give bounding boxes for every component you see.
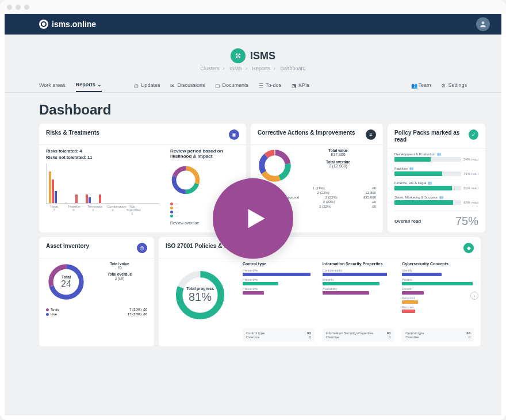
- tab-work-areas[interactable]: Work areas: [39, 80, 66, 91]
- policy-row: Facilities 👥71% read: [394, 166, 478, 177]
- card-title: Policy Packs marked as read: [394, 129, 469, 143]
- document-icon: ▢: [215, 83, 220, 88]
- review-donut: [170, 165, 201, 196]
- iso-badge-icon[interactable]: ◆: [463, 243, 474, 253]
- iso-column: Control typePreventivePreventivePreventi…: [243, 262, 315, 323]
- tab-updates[interactable]: ◷Updates: [134, 80, 160, 91]
- policy-row: Development & Production 👥54% read: [394, 152, 478, 163]
- chat-icon: ✉: [170, 83, 175, 88]
- clock-icon: ◷: [134, 83, 139, 88]
- card-title: Asset Inventory: [46, 243, 89, 250]
- chevron-down-icon: ⌄: [97, 82, 102, 87]
- svg-point-0: [482, 21, 485, 24]
- breadcrumb[interactable]: Clusters› ISMS› Reports› Dashboard: [5, 66, 501, 71]
- tab-todos[interactable]: ☰To-dos: [259, 80, 281, 91]
- iso-progress-donut: Total progress81%: [172, 268, 228, 323]
- tab-kpis[interactable]: ⬔KPIs: [292, 80, 309, 91]
- asset-badge-icon[interactable]: ◎: [137, 243, 147, 253]
- tab-team[interactable]: 👥Team: [411, 80, 431, 91]
- iso-footer-box: Control type93Overdue0: [402, 329, 474, 342]
- corrective-donut: [258, 148, 292, 183]
- window-titlebar: [0, 0, 506, 14]
- tabs-row: Work areas Reports ⌄ ◷Updates ✉Discussio…: [5, 76, 501, 93]
- cluster-icon: [231, 48, 246, 63]
- tab-settings[interactable]: ⚙Settings: [441, 80, 467, 91]
- traffic-light-icon: [24, 5, 29, 10]
- chart-icon: ⬔: [292, 83, 297, 88]
- expand-icon[interactable]: ›: [470, 292, 478, 300]
- traffic-light-icon: [16, 5, 21, 10]
- card-asset: Asset Inventory ◎ Total24 Total value£0: [39, 237, 154, 346]
- risks-badge-icon[interactable]: ◉: [229, 129, 239, 140]
- shield-icon[interactable]: ✓: [469, 129, 478, 140]
- page-title: Dashboard: [5, 93, 501, 124]
- asset-legend: To-do7 (30%)£0 Live17 (70%)£0: [46, 308, 147, 316]
- tab-reports[interactable]: Reports ⌄: [76, 79, 102, 92]
- user-avatar[interactable]: [476, 17, 490, 31]
- logo-icon: [39, 20, 48, 29]
- iso-column: Information Security PropertiesConfident…: [323, 262, 394, 323]
- iso-footer-box: Information Security Properties93Overdue…: [323, 329, 394, 342]
- play-button[interactable]: [213, 178, 293, 259]
- card-title: Corrective Actions & Improvements: [258, 129, 355, 136]
- policy-row: Sales, Marketing & Success 👥88% read: [394, 195, 478, 206]
- risks-not-tolerated: Risks not tolerated: 11: [46, 155, 160, 160]
- cluster-title: ISMS: [5, 48, 501, 63]
- checklist-icon: ☰: [259, 83, 264, 88]
- risks-barchart: [46, 163, 160, 204]
- card-policy: Policy Packs marked as read ✓ Developmen…: [388, 124, 485, 232]
- gear-icon: ⚙: [441, 83, 446, 88]
- card-iso: ISO 27001 Policies & Controls ◆ Total pr…: [159, 237, 481, 346]
- card-title: Risks & Treatments: [46, 129, 99, 136]
- corrective-badge-icon[interactable]: ≡: [366, 129, 376, 140]
- risks-tolerated: Risks tolerated: 4: [46, 148, 160, 154]
- iso-column: Cybersecurity ConceptsIdentifyProtectDet…: [402, 262, 474, 323]
- top-navbar: isms.online: [5, 14, 501, 35]
- policy-row: Finance, HR & Legal 👥86% read: [394, 181, 478, 192]
- asset-donut: Total24: [46, 262, 86, 302]
- iso-footer-box: Control type93Overdue0: [243, 329, 315, 342]
- team-icon: 👥: [411, 83, 416, 88]
- traffic-light-icon: [7, 5, 12, 10]
- brand-logo[interactable]: isms.online: [39, 20, 96, 29]
- brand-name: isms.online: [52, 20, 96, 29]
- tab-documents[interactable]: ▢Documents: [215, 80, 248, 91]
- tab-discussions[interactable]: ✉Discussions: [170, 80, 205, 91]
